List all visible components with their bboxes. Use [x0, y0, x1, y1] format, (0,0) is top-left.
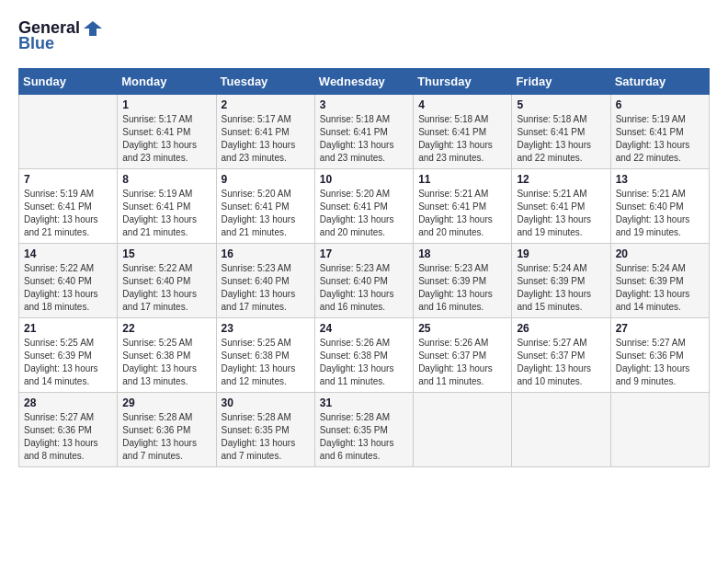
- calendar-day-cell: 27Sunrise: 5:27 AM Sunset: 6:36 PM Dayli…: [610, 318, 709, 393]
- day-number: 4: [418, 98, 506, 111]
- calendar-week-row: 1Sunrise: 5:17 AM Sunset: 6:41 PM Daylig…: [19, 95, 710, 169]
- weekday-header-cell: Tuesday: [216, 69, 314, 95]
- calendar-day-cell: 31Sunrise: 5:28 AM Sunset: 6:35 PM Dayli…: [314, 393, 413, 467]
- weekday-header-cell: Thursday: [414, 69, 512, 95]
- day-info: Sunrise: 5:27 AM Sunset: 6:37 PM Dayligh…: [517, 337, 605, 388]
- day-number: 24: [320, 322, 408, 335]
- day-info: Sunrise: 5:19 AM Sunset: 6:41 PM Dayligh…: [122, 188, 210, 239]
- day-number: 28: [24, 396, 112, 409]
- calendar-day-cell: 17Sunrise: 5:23 AM Sunset: 6:40 PM Dayli…: [314, 244, 413, 318]
- day-info: Sunrise: 5:23 AM Sunset: 6:40 PM Dayligh…: [320, 262, 408, 314]
- day-info: Sunrise: 5:20 AM Sunset: 6:41 PM Dayligh…: [320, 188, 408, 239]
- calendar-day-cell: 23Sunrise: 5:25 AM Sunset: 6:38 PM Dayli…: [216, 318, 314, 393]
- day-info: Sunrise: 5:19 AM Sunset: 6:41 PM Dayligh…: [24, 188, 112, 239]
- day-info: Sunrise: 5:18 AM Sunset: 6:41 PM Dayligh…: [517, 113, 605, 165]
- day-info: Sunrise: 5:19 AM Sunset: 6:41 PM Dayligh…: [616, 113, 704, 165]
- calendar-day-cell: 2Sunrise: 5:17 AM Sunset: 6:41 PM Daylig…: [216, 95, 314, 169]
- day-number: 19: [517, 247, 605, 260]
- day-number: 12: [517, 173, 605, 186]
- day-number: 17: [320, 247, 408, 260]
- calendar-day-cell: 19Sunrise: 5:24 AM Sunset: 6:39 PM Dayli…: [512, 244, 610, 318]
- weekday-header-cell: Wednesday: [314, 69, 413, 95]
- calendar-day-cell: 1Sunrise: 5:17 AM Sunset: 6:41 PM Daylig…: [118, 95, 216, 169]
- calendar-day-cell: 4Sunrise: 5:18 AM Sunset: 6:41 PM Daylig…: [414, 95, 512, 169]
- day-number: 21: [24, 322, 112, 335]
- calendar-day-cell: 28Sunrise: 5:27 AM Sunset: 6:36 PM Dayli…: [19, 393, 118, 467]
- day-info: Sunrise: 5:17 AM Sunset: 6:41 PM Dayligh…: [122, 113, 210, 165]
- logo-text-block: General Blue: [18, 18, 102, 53]
- day-info: Sunrise: 5:21 AM Sunset: 6:41 PM Dayligh…: [517, 188, 605, 239]
- day-info: Sunrise: 5:25 AM Sunset: 6:38 PM Dayligh…: [122, 337, 210, 388]
- calendar-day-cell: [414, 393, 512, 467]
- day-info: Sunrise: 5:18 AM Sunset: 6:41 PM Dayligh…: [418, 113, 506, 165]
- day-info: Sunrise: 5:17 AM Sunset: 6:41 PM Dayligh…: [222, 113, 310, 165]
- calendar-day-cell: 11Sunrise: 5:21 AM Sunset: 6:41 PM Dayli…: [414, 169, 512, 244]
- calendar-day-cell: 12Sunrise: 5:21 AM Sunset: 6:41 PM Dayli…: [512, 169, 610, 244]
- logo-bird-icon: [84, 19, 102, 38]
- weekday-header-cell: Saturday: [610, 69, 709, 95]
- day-number: 13: [616, 173, 704, 186]
- calendar-day-cell: 7Sunrise: 5:19 AM Sunset: 6:41 PM Daylig…: [19, 169, 118, 244]
- day-info: Sunrise: 5:18 AM Sunset: 6:41 PM Dayligh…: [320, 113, 408, 165]
- calendar-day-cell: [19, 95, 118, 169]
- day-number: 20: [616, 247, 704, 260]
- calendar-day-cell: 26Sunrise: 5:27 AM Sunset: 6:37 PM Dayli…: [512, 318, 610, 393]
- day-info: Sunrise: 5:27 AM Sunset: 6:36 PM Dayligh…: [616, 337, 704, 388]
- day-info: Sunrise: 5:26 AM Sunset: 6:37 PM Dayligh…: [418, 337, 506, 388]
- calendar-day-cell: 9Sunrise: 5:20 AM Sunset: 6:41 PM Daylig…: [216, 169, 314, 244]
- calendar-body: 1Sunrise: 5:17 AM Sunset: 6:41 PM Daylig…: [19, 95, 710, 467]
- day-number: 11: [418, 173, 506, 186]
- day-number: 23: [222, 322, 310, 335]
- day-number: 9: [222, 173, 310, 186]
- calendar-day-cell: 6Sunrise: 5:19 AM Sunset: 6:41 PM Daylig…: [610, 95, 709, 169]
- day-info: Sunrise: 5:26 AM Sunset: 6:38 PM Dayligh…: [320, 337, 408, 388]
- calendar-week-row: 14Sunrise: 5:22 AM Sunset: 6:40 PM Dayli…: [19, 244, 710, 318]
- day-info: Sunrise: 5:24 AM Sunset: 6:39 PM Dayligh…: [616, 262, 704, 314]
- weekday-header-cell: Sunday: [19, 69, 118, 95]
- svg-marker-0: [84, 21, 102, 36]
- day-number: 25: [418, 322, 506, 335]
- calendar-day-cell: 13Sunrise: 5:21 AM Sunset: 6:40 PM Dayli…: [610, 169, 709, 244]
- calendar-day-cell: 30Sunrise: 5:28 AM Sunset: 6:35 PM Dayli…: [216, 393, 314, 467]
- calendar-day-cell: 10Sunrise: 5:20 AM Sunset: 6:41 PM Dayli…: [314, 169, 413, 244]
- day-info: Sunrise: 5:23 AM Sunset: 6:40 PM Dayligh…: [222, 262, 310, 314]
- calendar-day-cell: 15Sunrise: 5:22 AM Sunset: 6:40 PM Dayli…: [118, 244, 216, 318]
- calendar-week-row: 21Sunrise: 5:25 AM Sunset: 6:39 PM Dayli…: [19, 318, 710, 393]
- day-number: 3: [320, 98, 408, 111]
- day-number: 29: [122, 396, 210, 409]
- day-number: 2: [222, 98, 310, 111]
- calendar-day-cell: 3Sunrise: 5:18 AM Sunset: 6:41 PM Daylig…: [314, 95, 413, 169]
- calendar-day-cell: 20Sunrise: 5:24 AM Sunset: 6:39 PM Dayli…: [610, 244, 709, 318]
- day-info: Sunrise: 5:28 AM Sunset: 6:36 PM Dayligh…: [122, 411, 210, 463]
- day-info: Sunrise: 5:28 AM Sunset: 6:35 PM Dayligh…: [222, 411, 310, 463]
- calendar-day-cell: 24Sunrise: 5:26 AM Sunset: 6:38 PM Dayli…: [314, 318, 413, 393]
- calendar-day-cell: [512, 393, 610, 467]
- day-number: 6: [616, 98, 704, 111]
- day-info: Sunrise: 5:22 AM Sunset: 6:40 PM Dayligh…: [24, 262, 112, 314]
- day-number: 27: [616, 322, 704, 335]
- day-info: Sunrise: 5:21 AM Sunset: 6:41 PM Dayligh…: [418, 188, 506, 239]
- calendar-table: SundayMondayTuesdayWednesdayThursdayFrid…: [18, 68, 710, 467]
- calendar-day-cell: 16Sunrise: 5:23 AM Sunset: 6:40 PM Dayli…: [216, 244, 314, 318]
- weekday-header-cell: Friday: [512, 69, 610, 95]
- calendar-day-cell: 5Sunrise: 5:18 AM Sunset: 6:41 PM Daylig…: [512, 95, 610, 169]
- day-number: 14: [24, 247, 112, 260]
- day-number: 10: [320, 173, 408, 186]
- day-info: Sunrise: 5:28 AM Sunset: 6:35 PM Dayligh…: [320, 411, 408, 463]
- calendar-week-row: 28Sunrise: 5:27 AM Sunset: 6:36 PM Dayli…: [19, 393, 710, 467]
- day-info: Sunrise: 5:21 AM Sunset: 6:40 PM Dayligh…: [616, 188, 704, 239]
- calendar-day-cell: 25Sunrise: 5:26 AM Sunset: 6:37 PM Dayli…: [414, 318, 512, 393]
- day-number: 7: [24, 173, 112, 186]
- day-number: 16: [222, 247, 310, 260]
- calendar-day-cell: 8Sunrise: 5:19 AM Sunset: 6:41 PM Daylig…: [118, 169, 216, 244]
- day-number: 8: [122, 173, 210, 186]
- calendar-week-row: 7Sunrise: 5:19 AM Sunset: 6:41 PM Daylig…: [19, 169, 710, 244]
- day-number: 1: [122, 98, 210, 111]
- day-info: Sunrise: 5:27 AM Sunset: 6:36 PM Dayligh…: [24, 411, 112, 463]
- logo-blue: Blue: [18, 34, 54, 53]
- calendar-day-cell: 14Sunrise: 5:22 AM Sunset: 6:40 PM Dayli…: [19, 244, 118, 318]
- day-number: 30: [222, 396, 310, 409]
- day-number: 15: [122, 247, 210, 260]
- weekday-header-cell: Monday: [118, 69, 216, 95]
- weekday-header-row: SundayMondayTuesdayWednesdayThursdayFrid…: [19, 69, 710, 95]
